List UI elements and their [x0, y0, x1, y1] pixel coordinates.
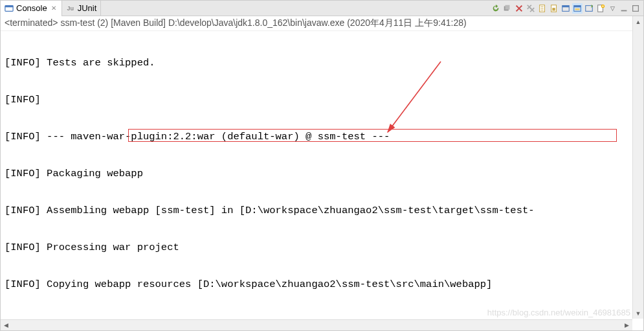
terminated-header: <terminated> ssm-test (2) [Maven Build] … [1, 16, 643, 31]
console-line: [INFO] [5, 94, 639, 106]
new-console-icon[interactable] [595, 3, 606, 14]
junit-icon: Ju [66, 4, 75, 13]
tab-console-label: Console [16, 3, 47, 13]
console-line: [INFO] Packaging webapp [5, 168, 639, 180]
view-menu-icon[interactable]: ▽ [607, 3, 617, 14]
scroll-left-icon[interactable]: ◀ [1, 322, 12, 328]
console-line: [INFO] Assembling webapp [ssm-test] in [… [5, 205, 639, 217]
svg-rect-3 [505, 5, 510, 9]
pin-console-icon[interactable] [561, 3, 571, 14]
tab-junit-label: JUnit [78, 3, 97, 13]
console-line: [INFO] Webapp assembled in [794 msecs] [5, 315, 639, 316]
clear-console-icon[interactable] [537, 3, 548, 14]
terminated-status: <terminated> [5, 17, 58, 28]
terminated-name: ssm-test (2) [Maven Build] [60, 17, 166, 28]
open-console-icon[interactable] [584, 3, 594, 14]
svg-rect-6 [552, 8, 555, 10]
terminated-path: D:\develop\Java\jdk1.8.0_162\bin\javaw.e… [168, 17, 344, 28]
tab-bar: Console ✕ Ju JUnit ▽ [1, 1, 643, 16]
svg-rect-16 [633, 5, 639, 11]
terminate-icon[interactable] [514, 3, 524, 14]
console-toolbar: ▽ [488, 3, 643, 14]
console-line: [INFO] Copying webapp resources [D:\work… [5, 279, 639, 291]
console-icon [5, 4, 14, 13]
svg-rect-1 [5, 5, 13, 7]
console-line: [INFO] Tests are skipped. [5, 57, 639, 69]
console-output[interactable]: [INFO] Tests are skipped. [INFO] [INFO] … [1, 31, 643, 316]
terminate-all-icon[interactable] [526, 3, 536, 14]
display-selected-icon[interactable] [572, 3, 583, 14]
console-line: [INFO] Processing war project [5, 242, 639, 254]
svg-rect-10 [574, 5, 581, 7]
svg-rect-8 [562, 5, 570, 7]
scroll-right-icon[interactable]: ▶ [621, 322, 632, 328]
vertical-scrollbar[interactable]: ▲ ▼ [632, 16, 643, 319]
terminated-timestamp: (2020年4月11日 上午9:41:28) [347, 17, 466, 28]
svg-rect-11 [575, 8, 580, 10]
scroll-lock-icon[interactable] [549, 3, 559, 14]
minimize-icon[interactable] [619, 3, 629, 14]
tab-console-close-icon[interactable]: ✕ [50, 5, 58, 12]
svg-rect-12 [586, 5, 593, 11]
svg-rect-15 [621, 10, 627, 11]
tab-junit[interactable]: Ju JUnit [62, 1, 102, 16]
console-line: [INFO] --- maven-war-plugin:2.2:war (def… [5, 131, 639, 143]
remove-all-icon[interactable] [502, 3, 513, 14]
tab-console[interactable]: Console ✕ [1, 1, 62, 16]
scroll-up-icon[interactable]: ▲ [633, 16, 643, 27]
horizontal-scrollbar[interactable]: ◀ ▶ [1, 319, 632, 330]
scroll-down-icon[interactable]: ▼ [633, 308, 643, 319]
refresh-icon[interactable] [491, 3, 501, 14]
maximize-icon[interactable] [630, 3, 641, 14]
